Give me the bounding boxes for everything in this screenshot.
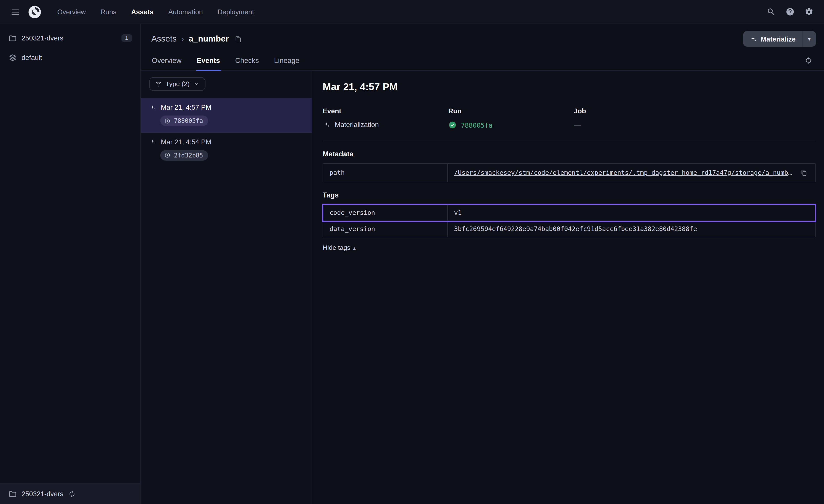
materialization-icon [149, 138, 157, 145]
event-label: Event [323, 107, 448, 115]
tab-checks[interactable]: Checks [235, 57, 260, 70]
materialization-icon [149, 104, 157, 111]
tag-value: 3bfc269594ef649228e9a74bab00f042efc91d5a… [448, 221, 815, 237]
breadcrumb-separator: › [181, 34, 184, 43]
asset-tabs: Overview Events Checks Lineage [151, 57, 300, 70]
settings-button[interactable] [801, 4, 817, 20]
metadata-table: path /Users/smackesey/stm/code/elementl/… [323, 163, 816, 182]
copy-path-button[interactable] [799, 168, 809, 177]
event-detail-title: Mar 21, 4:57 PM [323, 81, 816, 93]
search-button[interactable] [763, 4, 779, 20]
tab-lineage[interactable]: Lineage [274, 57, 300, 70]
asset-group-icon [8, 53, 17, 61]
code-location-label: 250321-dvers [22, 490, 64, 498]
run-id-badge[interactable]: 788005fa [160, 116, 208, 126]
folder-icon [8, 490, 17, 498]
sidebar-footer-code-location[interactable]: 250321-dvers [0, 483, 140, 504]
event-list-item[interactable]: Mar 21, 4:57 PM 788005fa [141, 98, 312, 133]
event-timestamp: Mar 21, 4:57 PM [161, 103, 211, 111]
hide-tags-label: Hide tags [323, 244, 350, 252]
refresh-events-button[interactable] [800, 52, 816, 69]
caret-up-icon: ▴ [353, 245, 356, 251]
help-icon [786, 7, 794, 16]
reload-location-icon[interactable] [68, 490, 75, 498]
asset-count-badge: 1 [121, 34, 132, 42]
breadcrumb: Assets › a_number [151, 34, 243, 44]
job-label: Job [574, 107, 700, 115]
table-row-code-version: code_version v1 [323, 205, 815, 221]
asset-tabs-row: Overview Events Checks Lineage [141, 50, 824, 71]
filter-label: Type (2) [166, 80, 190, 88]
hamburger-icon [11, 7, 20, 17]
table-row: path /Users/smackesey/stm/code/elementl/… [323, 164, 815, 182]
nav-item-assets[interactable]: Assets [124, 5, 161, 19]
tag-key: code_version [323, 205, 448, 221]
run-id-text: 2fd32b85 [174, 151, 203, 159]
materialize-label: Materialize [761, 35, 796, 43]
filter-icon [155, 81, 162, 88]
materialize-button[interactable]: Materialize ▾ [743, 31, 816, 47]
materialize-dropdown-caret[interactable]: ▾ [802, 31, 816, 47]
sidebar-item-label: default [22, 54, 42, 61]
run-label: Run [448, 107, 574, 115]
job-value: — [574, 121, 581, 128]
tag-value: v1 [448, 205, 815, 221]
summary-event-col: Event Materialization [323, 107, 448, 129]
tags-table: code_version v1 data_version 3bfc269594e… [323, 204, 816, 237]
sidebar-item-default[interactable]: default [0, 48, 140, 67]
events-content: Type (2) Mar 21, 4:57 PM [141, 71, 824, 504]
copy-icon [235, 35, 242, 43]
table-row-data-version: data_version 3bfc269594ef649228e9a74bab0… [323, 221, 815, 237]
run-success-icon [448, 121, 456, 129]
top-navigation: Overview Runs Assets Automation Deployme… [0, 0, 824, 24]
help-button[interactable] [782, 4, 798, 20]
folder-icon [8, 34, 17, 42]
tab-events[interactable]: Events [196, 57, 220, 70]
gear-icon [804, 7, 813, 16]
nav-item-overview[interactable]: Overview [50, 5, 93, 19]
run-id-badge[interactable]: 2fd32b85 [160, 150, 208, 160]
event-detail-panel: Mar 21, 4:57 PM Event Materialization Ru… [312, 71, 824, 504]
summary-run-col: Run 788005fa [448, 107, 574, 129]
nav-item-automation[interactable]: Automation [162, 5, 210, 19]
search-icon [766, 7, 775, 16]
event-type-filter[interactable]: Type (2) [149, 77, 205, 91]
dagster-app: Overview Runs Assets Automation Deployme… [0, 0, 824, 504]
viewport: Overview Runs Assets Automation Deployme… [0, 0, 824, 504]
event-timestamp: Mar 21, 4:54 PM [161, 138, 211, 146]
page-title: a_number [189, 34, 229, 44]
refresh-icon [804, 56, 812, 64]
asset-detail-main: Assets › a_number Materialize ▾ [141, 24, 824, 504]
nav-item-deployment[interactable]: Deployment [211, 5, 261, 19]
dagster-logo[interactable] [26, 3, 43, 20]
tag-key: data_version [323, 221, 448, 237]
copy-icon [800, 169, 808, 176]
event-list-panel: Type (2) Mar 21, 4:57 PM [141, 71, 312, 504]
run-id-text: 788005fa [174, 117, 203, 124]
sidebar-item-250321-dvers[interactable]: 250321-dvers 1 [0, 28, 140, 48]
event-summary: Event Materialization Run [323, 107, 816, 129]
metadata-heading: Metadata [323, 150, 816, 158]
divider [323, 141, 816, 141]
metadata-path-link[interactable]: /Users/smackesey/stm/code/elementl/exper… [454, 169, 795, 176]
run-status-icon [164, 152, 171, 158]
materialization-icon [323, 121, 330, 128]
topnav-actions [763, 4, 817, 20]
run-id-link[interactable]: 788005fa [461, 121, 493, 129]
tags-heading: Tags [323, 191, 816, 199]
run-status-icon [164, 117, 171, 124]
sidebar-item-label: 250321-dvers [22, 34, 64, 42]
event-type-value: Materialization [335, 121, 379, 128]
sparkle-icon [749, 35, 757, 43]
metadata-key: path [323, 164, 448, 182]
event-list-item[interactable]: Mar 21, 4:54 PM 2fd32b85 [141, 133, 312, 167]
asset-header: Assets › a_number Materialize ▾ [141, 24, 824, 50]
summary-job-col: Job — [574, 107, 700, 129]
nav-item-runs[interactable]: Runs [94, 5, 123, 19]
breadcrumb-assets-link[interactable]: Assets [151, 34, 177, 44]
chevron-down-icon [193, 81, 200, 87]
hide-tags-button[interactable]: Hide tags ▴ [323, 244, 356, 252]
hamburger-menu-button[interactable] [7, 4, 23, 20]
copy-asset-name-button[interactable] [234, 34, 243, 44]
tab-overview[interactable]: Overview [151, 57, 182, 70]
